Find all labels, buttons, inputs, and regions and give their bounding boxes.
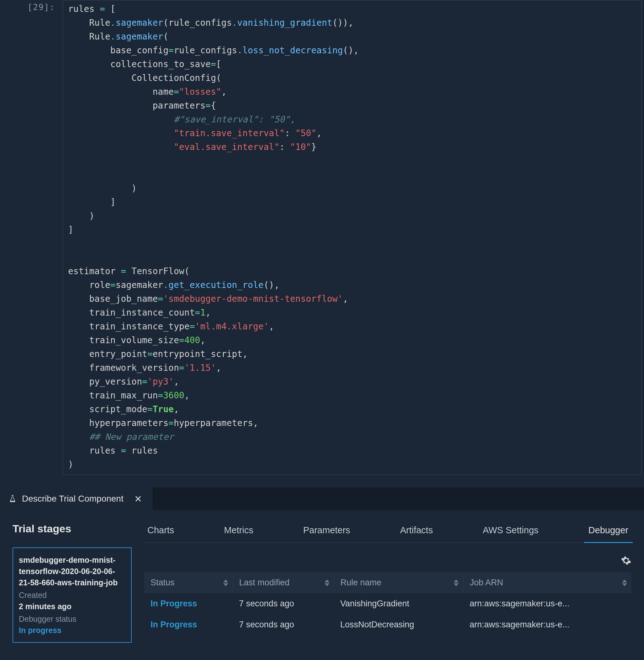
th-job-arn[interactable]: Job ARN [463, 572, 631, 593]
td-arn: arn:aws:sagemaker:us-e... [463, 593, 631, 614]
code-token: = [179, 335, 184, 345]
code-token: } [311, 142, 316, 152]
gear-row [144, 555, 631, 566]
code-token: (), [343, 45, 359, 56]
code-token: (rule_configs [163, 18, 232, 28]
td-rule: VanishingGradient [334, 593, 463, 614]
code-token: = [110, 280, 116, 290]
code-token: { [211, 101, 216, 111]
table-row[interactable]: In Progress 7 seconds ago LossNotDecreas… [144, 614, 631, 635]
code-token: ) [68, 183, 137, 194]
code-token: True [153, 404, 174, 414]
code-token: : [285, 128, 295, 138]
code-token: = [158, 293, 163, 304]
code-token: train_instance_count [68, 307, 195, 318]
th-rule-name[interactable]: Rule name [334, 572, 463, 593]
sort-icon[interactable] [223, 579, 228, 586]
sort-icon[interactable] [622, 579, 627, 586]
code-token: hyperparameters [68, 418, 168, 428]
code-token: = [190, 321, 195, 332]
code-token: rules [68, 445, 121, 456]
code-token: "10" [290, 142, 311, 152]
code-token: ] [68, 225, 73, 235]
td-modified: 7 seconds ago [233, 614, 334, 635]
code-token: py_version [68, 376, 142, 387]
tab-parameters[interactable]: Parameters [300, 525, 353, 535]
code-token: train_volume_size [68, 335, 179, 345]
tab-metrics[interactable]: Metrics [221, 525, 256, 535]
code-token: = [147, 404, 153, 414]
code-cell[interactable]: rules = [ Rule.sagemaker(rule_configs.va… [63, 0, 642, 475]
sort-icon[interactable] [454, 579, 459, 586]
code-token: = [158, 390, 163, 401]
tab-artifacts[interactable]: Artifacts [397, 525, 436, 535]
code-token: = [147, 349, 153, 359]
code-token: "50" [295, 128, 316, 138]
code-token: CollectionConfig( [68, 73, 221, 83]
close-icon[interactable]: ✕ [132, 493, 144, 504]
code-token: 400 [184, 335, 200, 345]
code-token: base_config [68, 45, 168, 56]
code-token: . [110, 18, 116, 28]
tab-debugger[interactable]: Debugger [585, 525, 631, 535]
code-token: name [68, 87, 174, 97]
tab-charts[interactable]: Charts [144, 525, 177, 535]
code-token: , [184, 390, 190, 401]
code-token: train_instance_type [68, 321, 190, 332]
code-token: parameters [68, 101, 205, 111]
sort-icon[interactable] [324, 579, 329, 586]
td-rule: LossNotDecreasing [334, 614, 463, 635]
cell-prompt: [29]: [0, 0, 63, 475]
code-token: estimator [68, 266, 121, 277]
code-token: = [168, 45, 174, 56]
code-token: , [174, 404, 179, 414]
th-label: Job ARN [470, 578, 503, 587]
th-status[interactable]: Status [144, 572, 233, 593]
tab-aws-settings[interactable]: AWS Settings [480, 525, 542, 535]
td-status: In Progress [144, 593, 233, 614]
trial-stages-sidebar: Trial stages smdebugger-demo-mnist-tenso… [13, 523, 132, 643]
code-token: script_mode [68, 404, 147, 414]
code-token: , [343, 293, 348, 304]
code-token: = [168, 418, 174, 428]
code-token: 'smdebugger-demo-mnist-tensorflow' [163, 293, 343, 304]
code-token: entry_point [68, 349, 147, 359]
code-token: ) [68, 459, 73, 469]
stage-created-label: Created [19, 589, 125, 601]
code-token: = [100, 4, 105, 14]
content-tabs: Charts Metrics Parameters Artifacts AWS … [144, 525, 631, 543]
code-token: '1.15' [184, 362, 216, 373]
panel-body: Trial stages smdebugger-demo-mnist-tenso… [0, 510, 644, 655]
th-last-modified[interactable]: Last modified [233, 572, 334, 593]
code-token: , [269, 321, 274, 332]
stage-created-value: 2 minutes ago [19, 601, 125, 612]
code-comment: ## New parameter [68, 432, 174, 442]
code-token: get_execution_role [168, 280, 263, 290]
gear-icon[interactable] [621, 555, 631, 566]
stage-card[interactable]: smdebugger-demo-mnist-tensorflow-2020-06… [13, 547, 132, 643]
panel-tab[interactable]: Describe Trial Component ✕ [0, 487, 153, 510]
code-token: = [195, 307, 200, 318]
stage-title: smdebugger-demo-mnist-tensorflow-2020-06… [19, 554, 125, 588]
code-token: . [237, 45, 243, 56]
code-token: sagemaker [116, 18, 163, 28]
code-token: = [211, 59, 216, 69]
code-comment: #"save_interval": "50", [68, 114, 295, 125]
code-token: Rule [68, 18, 110, 28]
table-row[interactable]: In Progress 7 seconds ago VanishingGradi… [144, 593, 631, 614]
code-token: collections_to_save [68, 59, 211, 69]
code-token: . [163, 280, 168, 290]
td-status: In Progress [144, 614, 233, 635]
table-header-row: Status Last modified Rule name Job ARN [144, 572, 631, 593]
code-token: 1 [200, 307, 205, 318]
code-token: : [279, 142, 290, 152]
debugger-table: Status Last modified Rule name Job ARN I… [144, 572, 631, 635]
code-token: = [174, 87, 179, 97]
code-token [68, 128, 174, 138]
code-token: , [174, 376, 179, 387]
code-token: role [68, 280, 110, 290]
code-token: . [110, 31, 116, 42]
code-token: = [121, 445, 127, 456]
code-token: entrypoint_script, [153, 349, 248, 359]
code-token: hyperparameters, [174, 418, 258, 428]
